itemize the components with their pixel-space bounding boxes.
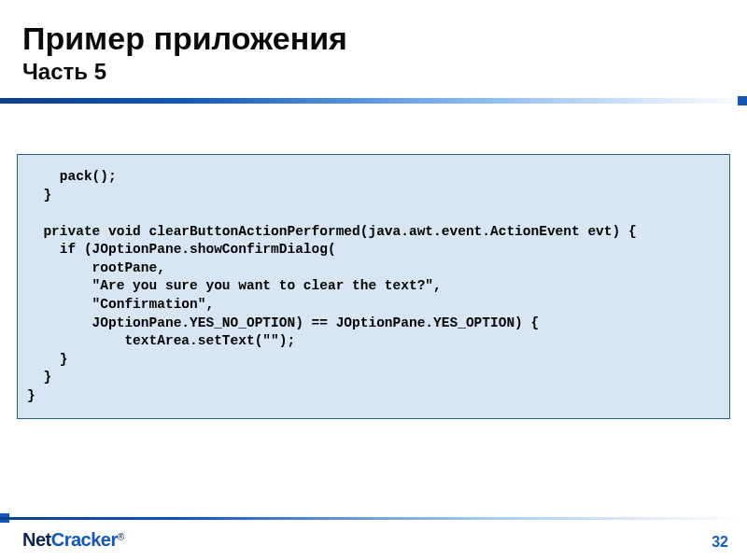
footer: NetCracker® 32 xyxy=(0,508,747,560)
footer-divider xyxy=(0,517,747,520)
logo-registered-icon: ® xyxy=(118,532,124,542)
footer-content: NetCracker® 32 xyxy=(22,529,728,551)
header-divider xyxy=(0,98,747,104)
divider-cap-icon xyxy=(738,96,747,105)
title-block: Пример приложения Часть 5 xyxy=(0,0,747,92)
logo-text-net: Net xyxy=(22,529,51,550)
page-number: 32 xyxy=(712,534,728,551)
divider-line xyxy=(0,98,747,104)
code-block: pack(); } private void clearButtonAction… xyxy=(17,154,730,419)
slide-title: Пример приложения xyxy=(22,21,725,57)
slide-subtitle: Часть 5 xyxy=(22,59,725,85)
logo: NetCracker® xyxy=(22,529,124,551)
logo-text-cracker: Cracker xyxy=(51,529,118,550)
slide: Пример приложения Часть 5 pack(); } priv… xyxy=(0,0,747,560)
